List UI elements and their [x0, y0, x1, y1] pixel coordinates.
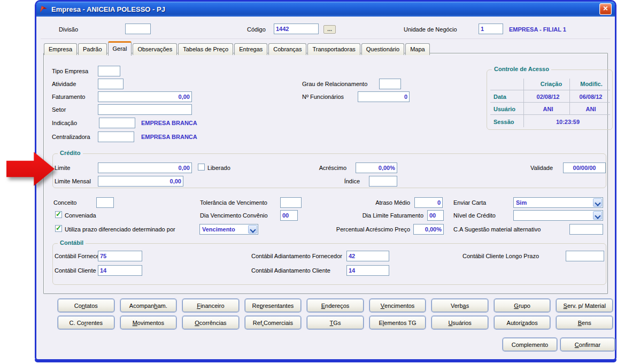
tab-cobrancas[interactable]: Cobranças	[268, 43, 306, 55]
ca-sessao-value: 10:23:59	[526, 119, 610, 125]
setor-input[interactable]	[98, 104, 192, 115]
percentual-acrescimo-input[interactable]	[413, 224, 444, 235]
ca-sugestao-input[interactable]	[569, 224, 603, 235]
button-grupo[interactable]: Grupo	[494, 299, 551, 312]
dia-venc-convenio-label: Dia Vencimento Convênio	[200, 212, 268, 219]
ca-divider	[569, 79, 570, 114]
tab-tabelas-de-preco[interactable]: Tabelas de Preço	[178, 43, 233, 55]
atividade-input[interactable]	[98, 79, 124, 89]
atraso-medio-input[interactable]	[414, 197, 443, 208]
conceito-label: Conceito	[53, 199, 76, 206]
codigo-input[interactable]	[274, 24, 319, 34]
acrescimo-label: Acréscimo	[304, 165, 346, 171]
divisao-input[interactable]	[125, 24, 151, 34]
tab-transportadoras[interactable]: Transportadoras	[307, 43, 360, 55]
contabil-group: Contábil	[52, 243, 606, 285]
contabil-adiantamento-fornecedor-label: Contábil Adiantamento Fornecedor	[251, 253, 342, 259]
button-elementos-tg[interactable]: Elementos TG	[369, 316, 426, 329]
validade-label: Validade	[530, 165, 553, 171]
contabil-cliente-input[interactable]	[98, 265, 142, 276]
close-button[interactable]: ✕	[599, 3, 612, 15]
tab-geral[interactable]: Geral	[108, 41, 132, 56]
unidade-negocio-input[interactable]	[479, 24, 503, 34]
ca-divider	[490, 90, 610, 90]
button-acompanham[interactable]: Acompanham.	[120, 299, 177, 312]
indice-label: Índice	[328, 178, 360, 184]
chevron-down-icon[interactable]	[248, 225, 257, 234]
nivel-credito-select[interactable]	[513, 210, 603, 221]
atividade-label: Atividade	[52, 81, 76, 87]
button-movimentos[interactable]: Movimentos	[120, 316, 177, 329]
button-tgs[interactable]: TGs	[307, 316, 364, 329]
controle-acesso-panel: Controle de Acesso Criação Modific. Data…	[487, 69, 613, 130]
codigo-browse-button[interactable]: ...	[323, 25, 336, 34]
dia-venc-convenio-input[interactable]	[280, 210, 298, 221]
limite-label: Limite	[55, 165, 70, 171]
button-bens[interactable]: Bens	[556, 316, 613, 329]
conveniada-label: Conveniada	[65, 212, 96, 219]
button-complemento[interactable]: Complemento	[503, 338, 557, 351]
acrescimo-input[interactable]	[356, 162, 397, 173]
chevron-down-icon[interactable]	[593, 198, 602, 207]
arrow-right-icon	[6, 151, 55, 187]
app-icon	[40, 5, 48, 13]
window-title: Empresa - ANICEIA POLESSO - PJ	[51, 5, 599, 13]
tolerancia-input[interactable]	[280, 197, 302, 208]
setor-label: Setor	[52, 106, 66, 113]
button-representantes[interactable]: Representantes	[245, 299, 302, 312]
button-c-correntes[interactable]: C. Correntes	[58, 316, 114, 329]
tab-empresa[interactable]: Empresa	[44, 43, 77, 55]
contabil-adiantamento-cliente-input[interactable]	[346, 265, 389, 276]
liberado-label: Liberado	[207, 165, 230, 171]
tab-entregas[interactable]: Entregas	[234, 43, 267, 55]
indicacao-label: Indicação	[52, 120, 77, 126]
contabil-cliente-longo-prazo-input[interactable]	[566, 251, 604, 261]
dia-limite-faturamento-input[interactable]	[427, 210, 444, 221]
button-vencimentos[interactable]: Vencimentos	[369, 299, 426, 312]
button-enderecos[interactable]: Endereços	[307, 299, 364, 312]
annotation-arrow	[6, 151, 55, 187]
limite-mensal-label: Limite Mensal	[55, 178, 91, 184]
limite-input[interactable]	[98, 162, 192, 173]
button-confirmar[interactable]: Confirmar	[560, 338, 615, 351]
tab-padrao[interactable]: Padrão	[78, 43, 106, 55]
titlebar[interactable]: Empresa - ANICEIA POLESSO - PJ ✕	[36, 2, 615, 17]
tab-questionario[interactable]: Questionário	[361, 43, 404, 55]
utiliza-prazo-checkbox[interactable]: ✓	[55, 225, 62, 232]
enviar-carta-select[interactable]: Sim	[513, 197, 603, 208]
chevron-down-icon[interactable]	[593, 211, 602, 220]
tab-mapa[interactable]: Mapa	[405, 43, 430, 55]
button-ocorrencias[interactable]: Ocorrências	[182, 316, 239, 329]
button-serv-material[interactable]: Serv. p/ Material	[556, 299, 613, 312]
button-verbas[interactable]: Verbas	[431, 299, 488, 312]
num-funcionarios-input[interactable]	[358, 91, 410, 102]
contabil-cliente-label: Contábil Cliente	[55, 267, 96, 274]
prazo-tipo-select[interactable]: Vencimento	[199, 224, 258, 235]
unidade-negocio-desc: EMPRESA - FILIAL 1	[509, 26, 566, 33]
button-usuarios[interactable]: Usuários	[431, 316, 488, 329]
button-ref-comerciais[interactable]: Ref. Comerciais	[245, 316, 302, 329]
controle-acesso-title: Controle de Acesso	[492, 66, 551, 72]
limite-mensal-input[interactable]	[98, 176, 183, 187]
percentual-acrescimo-label: Percentual Acréscimo Preço	[336, 226, 410, 233]
contabil-fornecedor-input[interactable]	[98, 251, 142, 261]
tab-observacoes[interactable]: Observações	[133, 43, 177, 55]
conveniada-checkbox[interactable]: ✓	[55, 211, 62, 218]
button-contatos[interactable]: Contatos	[58, 299, 114, 312]
faturamento-input[interactable]	[98, 91, 192, 102]
button-financeiro[interactable]: Financeiro	[182, 299, 239, 312]
indicacao-input[interactable]	[99, 118, 135, 128]
codigo-label: Código	[247, 26, 266, 33]
button-autorizados[interactable]: Autorizados	[494, 316, 551, 329]
liberado-checkbox[interactable]: ✓	[198, 164, 205, 171]
indice-input[interactable]	[369, 176, 397, 187]
contabil-adiantamento-fornecedor-input[interactable]	[346, 251, 389, 261]
grau-relacionamento-input[interactable]	[379, 79, 401, 89]
validade-input[interactable]	[563, 162, 606, 173]
tipo-empresa-input[interactable]	[98, 66, 120, 76]
conceito-input[interactable]	[96, 197, 114, 208]
empresa-window: Empresa - ANICEIA POLESSO - PJ ✕ Divisão…	[36, 2, 615, 359]
ca-data-modific: 06/08/12	[572, 94, 610, 100]
num-funcionarios-label: Nº Funcionários	[302, 94, 344, 100]
centralizadora-input[interactable]	[98, 131, 134, 142]
